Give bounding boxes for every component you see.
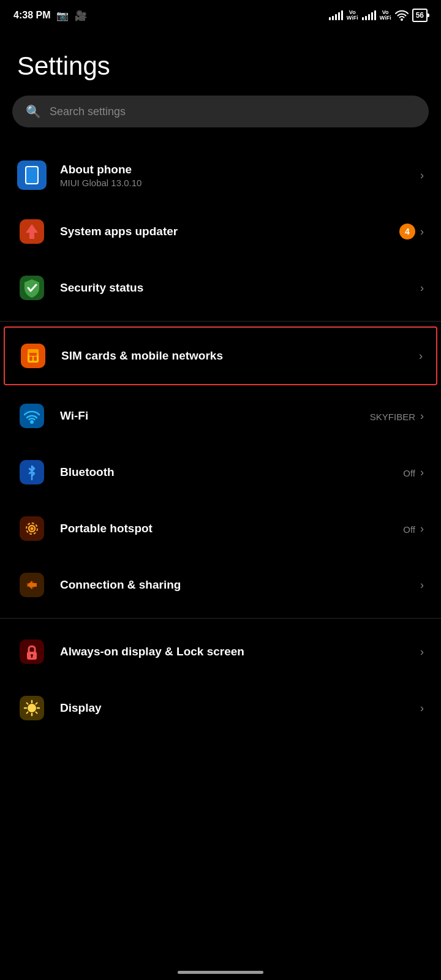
bluetooth-label: Bluetooth bbox=[60, 466, 403, 479]
hotspot-label: Portable hotspot bbox=[60, 522, 403, 535]
system-apps-icon bbox=[17, 217, 47, 246]
system-apps-label: System apps updater bbox=[60, 225, 399, 238]
settings-item-wifi[interactable]: Wi-Fi SKYFIBER › bbox=[0, 388, 441, 444]
update-badge: 4 bbox=[399, 224, 415, 239]
connection-icon-wrap bbox=[17, 570, 47, 600]
svg-rect-8 bbox=[29, 353, 37, 356]
signal-bars-2 bbox=[362, 10, 376, 20]
bluetooth-icon bbox=[20, 460, 44, 484]
system-apps-right: 4 › bbox=[399, 224, 424, 239]
wifi-chevron: › bbox=[420, 410, 424, 423]
about-phone-sublabel: MIUI Global 13.0.10 bbox=[60, 178, 420, 188]
hotspot-content: Portable hotspot bbox=[60, 522, 403, 535]
instagram-icon-2: 🎥 bbox=[75, 10, 87, 21]
bluetooth-chevron: › bbox=[420, 466, 424, 479]
security-right: › bbox=[420, 282, 424, 295]
settings-item-system-apps[interactable]: System apps updater 4 › bbox=[0, 203, 441, 260]
sim-right: › bbox=[419, 350, 423, 363]
signal-bars-1 bbox=[329, 10, 343, 20]
about-phone-icon bbox=[17, 160, 47, 190]
bluetooth-right: Off › bbox=[403, 466, 424, 479]
sim-card-icon bbox=[21, 344, 45, 368]
wifi-settings-icon bbox=[20, 404, 44, 428]
display-label: Display bbox=[60, 701, 420, 715]
settings-item-display[interactable]: Display › bbox=[0, 680, 441, 729]
security-content: Security status bbox=[60, 281, 420, 295]
connection-label: Connection & sharing bbox=[60, 578, 420, 592]
wifi-status-icon bbox=[395, 10, 409, 21]
search-placeholder-text: Search settings bbox=[50, 105, 126, 118]
search-icon: 🔍 bbox=[26, 104, 41, 119]
connection-chevron: › bbox=[420, 579, 424, 592]
system-apps-content: System apps updater bbox=[60, 225, 399, 238]
bluetooth-content: Bluetooth bbox=[60, 466, 403, 479]
sim-icon-wrap bbox=[18, 341, 48, 371]
settings-item-connection[interactable]: Connection & sharing › bbox=[0, 557, 441, 613]
search-bar[interactable]: 🔍 Search settings bbox=[12, 96, 429, 127]
svg-rect-6 bbox=[29, 356, 32, 361]
connection-sharing-icon bbox=[20, 573, 44, 597]
svg-line-29 bbox=[36, 712, 37, 714]
divider-2 bbox=[0, 618, 441, 619]
settings-item-always-on[interactable]: Always-on display & Lock screen › bbox=[0, 624, 441, 680]
hotspot-icon-wrap bbox=[17, 514, 47, 543]
svg-rect-21 bbox=[31, 655, 32, 658]
page-title: Settings bbox=[0, 27, 441, 96]
arrow-up-icon bbox=[20, 219, 44, 244]
settings-item-sim-cards[interactable]: SIM cards & mobile networks › bbox=[4, 326, 437, 385]
vo-wifi-label-1: VoWiFi bbox=[347, 10, 358, 21]
bottom-nav-indicator bbox=[178, 971, 263, 974]
sim-chevron: › bbox=[419, 350, 423, 363]
svg-line-30 bbox=[36, 703, 37, 704]
svg-point-10 bbox=[30, 420, 34, 424]
lock-icon-wrap bbox=[17, 637, 47, 666]
display-icon bbox=[20, 696, 44, 720]
bluetooth-icon-wrap bbox=[17, 458, 47, 487]
status-bar: 4:38 PM 📷 🎥 VoWiFi VoWiFi bbox=[0, 0, 441, 27]
wifi-label: Wi-Fi bbox=[60, 409, 370, 423]
instagram-icon-1: 📷 bbox=[56, 10, 69, 21]
settings-item-about-phone[interactable]: About phone MIUI Global 13.0.10 › bbox=[0, 147, 441, 203]
battery-icon: 56 bbox=[412, 9, 428, 22]
svg-line-28 bbox=[27, 703, 28, 704]
battery-level: 56 bbox=[416, 11, 424, 20]
svg-rect-7 bbox=[34, 356, 37, 361]
hotspot-sublabel: Off bbox=[403, 524, 415, 535]
display-chevron: › bbox=[420, 702, 424, 715]
security-label: Security status bbox=[60, 281, 420, 295]
hotspot-icon bbox=[20, 516, 44, 541]
status-bar-right: VoWiFi VoWiFi 56 bbox=[329, 9, 428, 22]
shield-check-icon bbox=[20, 276, 44, 300]
about-phone-chevron: › bbox=[420, 169, 424, 182]
svg-point-23 bbox=[28, 704, 36, 712]
svg-line-31 bbox=[27, 712, 28, 714]
settings-item-security[interactable]: Security status › bbox=[0, 260, 441, 316]
wifi-sublabel: SKYFIBER bbox=[370, 412, 415, 422]
wifi-icon-wrap bbox=[17, 401, 47, 431]
about-phone-right: › bbox=[420, 169, 424, 182]
sim-label: SIM cards & mobile networks bbox=[61, 349, 419, 363]
always-on-content: Always-on display & Lock screen bbox=[60, 645, 420, 658]
settings-list: About phone MIUI Global 13.0.10 › System… bbox=[0, 147, 441, 729]
svg-point-16 bbox=[31, 527, 34, 530]
lock-screen-icon bbox=[20, 639, 44, 664]
status-time: 4:38 PM bbox=[13, 10, 50, 21]
connection-right: › bbox=[420, 579, 424, 592]
sim-content: SIM cards & mobile networks bbox=[61, 349, 419, 363]
settings-item-hotspot[interactable]: Portable hotspot Off › bbox=[0, 500, 441, 557]
settings-item-bluetooth[interactable]: Bluetooth Off › bbox=[0, 444, 441, 500]
always-on-chevron: › bbox=[420, 646, 424, 658]
security-icon-wrap bbox=[17, 273, 47, 303]
wifi-content: Wi-Fi bbox=[60, 409, 370, 423]
connection-content: Connection & sharing bbox=[60, 578, 420, 592]
bluetooth-sublabel: Off bbox=[403, 468, 415, 478]
display-content: Display bbox=[60, 701, 420, 715]
vo-wifi-label-2: VoWiFi bbox=[380, 10, 391, 21]
hotspot-right: Off › bbox=[403, 522, 424, 535]
about-phone-content: About phone MIUI Global 13.0.10 bbox=[60, 163, 420, 188]
display-icon-wrap bbox=[17, 693, 47, 723]
wifi-right: SKYFIBER › bbox=[370, 410, 424, 423]
system-apps-chevron: › bbox=[420, 225, 424, 238]
status-bar-left: 4:38 PM 📷 🎥 bbox=[13, 10, 87, 21]
divider-1 bbox=[0, 321, 441, 322]
